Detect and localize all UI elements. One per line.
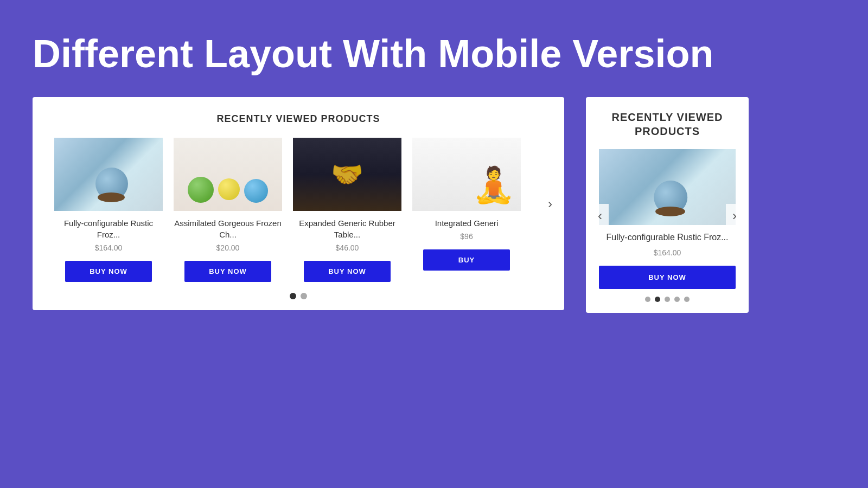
small-buy-now-button[interactable]: BUY NOW (599, 266, 736, 289)
buy-now-button-2[interactable]: BUY NOW (184, 261, 271, 282)
product-name-2: Assimilated Gorgeous Frozen Ch... (174, 217, 282, 240)
product-image-3 (293, 138, 401, 211)
carousel-dot-2[interactable] (301, 293, 307, 299)
carousel-dot-1[interactable] (290, 293, 296, 299)
colorful-balls-image (174, 138, 282, 211)
small-carousel-widget: RECENTLY VIEWED PRODUCTS ‹ › Fully-confi… (586, 97, 749, 312)
page-title: Different Layout With Mobile Version (0, 0, 868, 97)
large-carousel-widget: RECENTLY VIEWED PRODUCTS Fully-configura… (33, 97, 564, 310)
large-carousel-dots (49, 293, 548, 299)
small-dot-4[interactable] (674, 297, 680, 302)
large-carousel-title: RECENTLY VIEWED PRODUCTS (49, 113, 548, 125)
product-image-4 (412, 138, 521, 211)
product-card-2: Assimilated Gorgeous Frozen Ch... $20.00… (168, 138, 288, 282)
small-carousel-dots (599, 297, 736, 302)
bowl-base (655, 207, 685, 216)
small-carousel-next-arrow[interactable]: › (726, 204, 743, 228)
content-area: RECENTLY VIEWED PRODUCTS Fully-configura… (0, 97, 868, 312)
small-bath-ball-image (599, 149, 736, 225)
small-dot-3[interactable] (665, 297, 670, 302)
product-name-3: Expanded Generic Rubber Table... (293, 217, 401, 240)
green-ball (188, 177, 214, 203)
buy-now-button-3[interactable]: BUY NOW (304, 261, 391, 282)
product-name-1: Fully-configurable Rustic Froz... (54, 217, 163, 240)
blue-ball (244, 179, 268, 203)
bath-ball-image (54, 138, 163, 211)
yellow-ball (218, 178, 240, 200)
small-dot-1[interactable] (645, 297, 650, 302)
product-price-4: $96 (412, 232, 521, 241)
small-carousel-prev-arrow[interactable]: ‹ (591, 204, 609, 228)
product-price-2: $20.00 (174, 243, 282, 252)
small-carousel-title: RECENTLY VIEWED PRODUCTS (599, 110, 736, 138)
buy-now-button-1[interactable]: BUY NOW (65, 261, 152, 282)
small-product-name: Fully-configurable Rustic Froz... (599, 232, 736, 243)
products-row: Fully-configurable Rustic Froz... $164.0… (49, 138, 548, 282)
product-image-2 (174, 138, 282, 211)
product-price-1: $164.00 (54, 243, 163, 252)
yoga-image (412, 138, 521, 211)
product-card-4: Integrated Generi $96 BUY (407, 138, 526, 282)
small-product-price: $164.00 (599, 248, 736, 257)
small-dot-2[interactable] (655, 297, 660, 302)
product-price-3: $46.00 (293, 243, 401, 252)
product-card-3: Expanded Generic Rubber Table... $46.00 … (288, 138, 407, 282)
small-dot-5[interactable] (684, 297, 690, 302)
product-name-4: Integrated Generi (412, 217, 521, 229)
product-card-1: Fully-configurable Rustic Froz... $164.0… (49, 138, 168, 282)
large-carousel-next-arrow[interactable]: › (541, 192, 559, 216)
small-product-image (599, 149, 736, 225)
product-image-1 (54, 138, 163, 211)
hands-image (293, 138, 401, 211)
buy-now-button-4[interactable]: BUY (423, 249, 510, 271)
